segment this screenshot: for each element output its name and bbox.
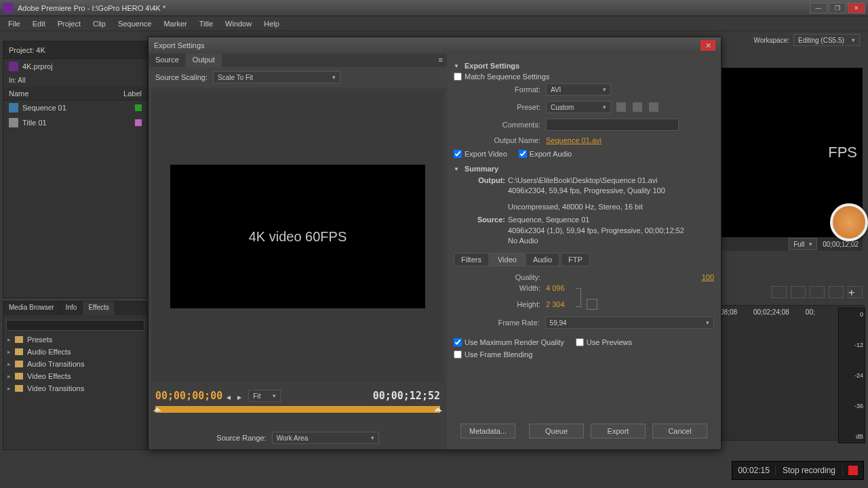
source-scaling-dropdown[interactable]: Scale To Fit [213,71,340,83]
disclosure-icon: ▸ [7,348,11,355]
record-indicator-icon[interactable] [848,466,858,475]
add-track-button[interactable]: + [848,286,863,298]
output-name-link[interactable]: Sequence 01.avi [546,136,601,144]
folder-icon [15,336,23,343]
summary-heading[interactable]: Summary [454,165,714,173]
export-video-checkbox[interactable] [454,150,462,158]
metadata-button[interactable]: Metadata... [460,424,515,439]
menu-title[interactable]: Title [194,18,218,29]
tab-source[interactable]: Source [149,54,186,67]
project-item[interactable]: Title 01 [3,115,147,130]
tool-icon[interactable] [791,286,806,298]
tab-effects[interactable]: Effects [83,302,115,315]
menu-project[interactable]: Project [52,18,86,29]
use-frame-blending-checkbox[interactable] [454,350,462,359]
maximize-button[interactable]: ❐ [829,3,846,14]
col-label[interactable]: Label [123,89,142,98]
panel-menu-icon[interactable]: ≡ [435,54,447,67]
export-preview: 4K video 60FPS [153,92,443,382]
width-value[interactable]: 4 096 [546,284,565,292]
format-dropdown[interactable]: AVI [546,83,611,96]
source-range-dropdown[interactable]: Work Area [272,432,379,444]
menu-clip[interactable]: Clip [87,18,111,29]
export-button[interactable]: Export [591,424,646,439]
subtab-ftp[interactable]: FTP [561,253,590,266]
preview-fit-dropdown[interactable]: Fit [248,390,281,402]
export-settings-heading[interactable]: Export Settings [454,62,714,70]
framerate-dropdown[interactable]: 59,94 [545,317,714,329]
subtab-audio[interactable]: Audio [526,253,559,266]
comments-input[interactable] [546,119,679,131]
title-icon [9,118,18,127]
menu-sequence[interactable]: Sequence [113,18,157,29]
constrain-checkbox[interactable] [587,299,597,310]
export-settings-dialog: Export Settings ✕ Source Output ≡ Source… [148,37,722,450]
project-panel-tab[interactable]: Project: 4K [3,41,147,59]
use-max-quality-checkbox[interactable] [454,338,462,346]
disclosure-icon: ▸ [7,373,11,380]
in-timecode[interactable]: 00;00;00;00 [155,390,222,402]
folder-name: Audio Transitions [27,360,84,368]
step-back-icon[interactable]: ◂ [226,392,233,399]
link-dimensions-icon [576,288,581,307]
recorder-time: 00:02:15 [732,466,776,475]
menu-marker[interactable]: Marker [158,18,192,29]
screen-recorder-bubble[interactable] [830,203,868,241]
menu-window[interactable]: Window [220,18,257,29]
tab-output[interactable]: Output [186,54,222,67]
effects-folder[interactable]: ▸Video Effects [3,370,147,382]
tool-icon[interactable] [810,286,825,298]
cancel-button[interactable]: Cancel [652,424,707,439]
tab-info[interactable]: Info [60,302,83,315]
play-icon[interactable]: ▸ [237,392,244,399]
dialog-titlebar: Export Settings ✕ [149,37,721,54]
folder-icon [15,348,23,355]
effects-folder[interactable]: ▸Audio Transitions [3,358,147,370]
effects-search-input[interactable] [6,320,144,331]
match-sequence-checkbox[interactable] [454,73,462,81]
height-value[interactable]: 2 304 [546,300,565,308]
delete-preset-icon[interactable] [649,102,658,112]
titlebar: Adobe Premiere Pro - I:\GoPro HERO 4\4K … [0,0,868,16]
stop-recording-button[interactable]: Stop recording [776,466,843,475]
project-item[interactable]: Sequence 01 [3,100,147,115]
export-preview-column: Source Output ≡ Source Scaling: Scale To… [149,54,447,449]
effects-folder[interactable]: ▸Presets [3,333,147,346]
import-preset-icon[interactable] [633,102,642,112]
quality-value[interactable]: 100 [702,273,714,281]
tool-icon[interactable] [829,286,844,298]
menu-help[interactable]: Help [258,18,285,29]
project-filename: 4K.prproj [22,62,53,70]
workspace-label: Workspace: [753,37,789,44]
range-slider[interactable] [155,406,440,413]
menu-edit[interactable]: Edit [27,18,51,29]
effects-folder[interactable]: ▸Audio Effects [3,346,147,358]
queue-button[interactable]: Queue [529,424,584,439]
disclosure-icon: ▸ [7,361,11,367]
save-preset-icon[interactable] [616,102,626,112]
export-audio-checkbox[interactable] [519,150,527,158]
source-range-label: Source Range: [216,434,266,442]
preset-dropdown[interactable]: Custom [546,101,611,113]
workspace-dropdown[interactable]: Editing (CS5.5) [793,34,860,46]
minimize-button[interactable]: — [810,3,827,14]
close-button[interactable]: ✕ [848,3,865,14]
preset-label: Preset: [454,103,540,111]
col-name[interactable]: Name [9,89,123,98]
menubar: File Edit Project Clip Sequence Marker T… [0,16,868,31]
dialog-close-button[interactable]: ✕ [701,40,715,51]
subtab-video[interactable]: Video [490,253,524,266]
project-icon [9,62,18,71]
sequence-icon [9,103,18,113]
preview-text: FPS [828,144,857,161]
zoom-dropdown[interactable]: Full [789,238,817,250]
use-previews-checkbox[interactable] [576,338,584,346]
tab-media-browser[interactable]: Media Browser [3,302,60,315]
effects-folder[interactable]: ▸Video Transitions [3,382,147,394]
tool-icon[interactable] [772,286,787,298]
project-file-row: 4K.prproj [3,59,147,74]
comments-label: Comments: [454,121,540,129]
out-timecode[interactable]: 00;00;12;52 [373,390,440,402]
menu-file[interactable]: File [3,18,26,29]
subtab-filters[interactable]: Filters [454,253,489,266]
